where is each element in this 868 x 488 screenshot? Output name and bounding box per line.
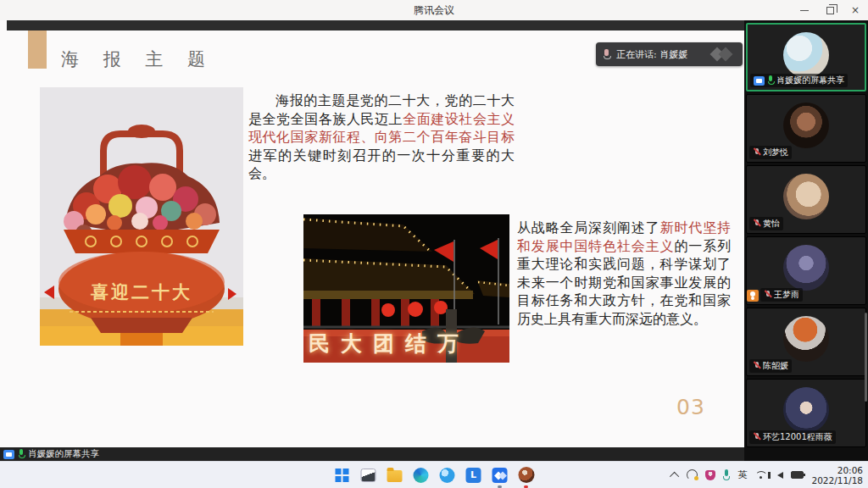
- battery-button[interactable]: [791, 471, 804, 479]
- chevron-up-icon: [670, 471, 679, 480]
- l-app-icon: L: [466, 468, 481, 483]
- screen-share-icon: [3, 450, 14, 459]
- tencent-meeting-icon: [492, 468, 508, 483]
- title-accent-block: [28, 30, 47, 69]
- share-status-label: 肖媛媛的屏幕共享: [28, 448, 99, 460]
- participant-label: 黄怡: [749, 217, 783, 230]
- windows-logo-icon: [336, 469, 349, 482]
- minimize-icon: [800, 10, 809, 11]
- tencent-meeting-button[interactable]: [490, 465, 510, 485]
- active-speaker-label: 正在讲话: 肖媛媛: [616, 48, 687, 61]
- file-explorer-button[interactable]: [385, 465, 405, 485]
- avatar: [783, 387, 829, 433]
- ime-language-button[interactable]: 英: [737, 469, 747, 481]
- mic-on-icon: [767, 75, 774, 86]
- paragraph1-text-end: 进军的关键时刻召开的一次十分重要的大会。: [248, 147, 515, 182]
- participant-label: 刘梦悦: [749, 146, 792, 159]
- app-tray-button[interactable]: [705, 470, 715, 480]
- mic-muted-icon: [753, 361, 760, 371]
- participant-label: 环艺12001程雨薇: [749, 430, 836, 444]
- ime-language-label: 英: [737, 469, 747, 481]
- start-button[interactable]: [332, 465, 353, 485]
- shared-screen: 海 报 主 题 正在讲话: 肖媛媛: [0, 20, 744, 461]
- window-controls: ×: [792, 0, 868, 20]
- slide-letterbox-top: [7, 20, 744, 30]
- gate-slogan-text: 民大团结万: [303, 330, 509, 358]
- pink-app-icon: [705, 470, 715, 480]
- participant-name: 王梦雨: [774, 289, 799, 301]
- slide-title: 海 报 主 题: [61, 47, 214, 71]
- flower-basket-illustration: [40, 87, 243, 346]
- flower-basket-image: 喜迎二十大: [40, 87, 243, 346]
- browser-icon: [440, 468, 455, 483]
- mic-muted-icon: [753, 432, 760, 442]
- screen-share-icon: [754, 76, 765, 86]
- active-speaker-banner: 正在讲话: 肖媛媛: [596, 42, 743, 66]
- restore-button[interactable]: [817, 0, 843, 20]
- participant-tile[interactable]: 刘梦悦: [746, 94, 866, 163]
- speaker-mic-icon: [603, 49, 610, 60]
- slide-page-number: 03: [676, 395, 705, 419]
- sync-icon: [687, 469, 698, 480]
- taskbar: L 英 20:06 2022/11/18: [0, 461, 868, 488]
- task-view-button[interactable]: [359, 465, 379, 485]
- mic-on-icon: [18, 449, 25, 459]
- window-title: 腾讯会议: [414, 3, 454, 18]
- participant-name: 肖媛媛的屏幕共享: [776, 75, 844, 86]
- l-app-button[interactable]: L: [464, 465, 484, 485]
- close-button[interactable]: ×: [843, 0, 868, 20]
- window-titlebar: 腾讯会议 ×: [0, 0, 868, 20]
- photos-app-button[interactable]: [516, 465, 537, 485]
- network-warning-icon: [747, 290, 759, 302]
- clock-date: 2022/11/18: [811, 475, 863, 485]
- slide-paragraph-2: 从战略全局深刻阐述了新时代坚持和发展中国特色社会主义的一系列重大理论和实践问题，…: [517, 219, 731, 328]
- avatar: [783, 174, 829, 219]
- participant-tile[interactable]: 黄怡: [746, 165, 866, 234]
- folder-icon: [387, 470, 403, 482]
- screen: 腾讯会议 × 海 报 主 题 正在讲话: 肖媛媛: [0, 0, 868, 488]
- participant-tile[interactable]: 环艺12001程雨薇: [746, 379, 866, 447]
- sync-tray-button[interactable]: [687, 469, 698, 480]
- participants-sidebar: 肖媛媛的屏幕共享 刘梦悦 黄怡 王梦雨: [744, 20, 868, 461]
- hidden-icons-button[interactable]: [672, 472, 679, 479]
- photos-app-icon: [518, 467, 534, 483]
- wifi-button[interactable]: [754, 471, 766, 480]
- speaker-icon: [777, 472, 783, 479]
- participant-label: 王梦雨: [760, 288, 803, 302]
- wifi-icon: [754, 471, 766, 480]
- mic-muted-icon: [753, 219, 760, 229]
- battery-icon: [791, 471, 804, 479]
- clock-time: 20:06: [811, 465, 863, 475]
- participant-tile[interactable]: 陈韶媛: [746, 308, 866, 376]
- participant-label: 肖媛媛的屏幕共享: [750, 74, 848, 87]
- paragraph2-text: 从战略全局深刻阐述了: [517, 219, 660, 236]
- slide-paragraph-1: 海报的主题是党的二十大，党的二十大是全党全国各族人民迈上全面建设社会主义现代化国…: [248, 92, 515, 183]
- mic-muted-icon: [753, 147, 760, 158]
- avatar: [783, 316, 829, 362]
- basket-slogan-text: 喜迎二十大: [91, 280, 192, 304]
- tiananmen-night-image: 民大团结万: [303, 214, 509, 363]
- participant-name: 环艺12001程雨薇: [763, 431, 832, 443]
- taskbar-icons: L: [332, 462, 537, 488]
- mic-muted-icon: [764, 290, 771, 300]
- minimize-button[interactable]: [792, 0, 817, 20]
- edge-button[interactable]: [411, 465, 431, 485]
- participant-tile[interactable]: 王梦雨: [746, 236, 866, 305]
- edge-icon: [414, 468, 429, 483]
- microphone-icon: [723, 469, 730, 480]
- system-tray: 英 20:06 2022/11/18: [672, 462, 863, 488]
- participant-name: 陈韶媛: [763, 360, 788, 372]
- sidebar-scrollbar[interactable]: [865, 313, 867, 402]
- participant-name: 刘梦悦: [763, 147, 788, 158]
- avatar: [783, 245, 829, 291]
- banner-decoration-icon: [710, 47, 736, 61]
- task-view-icon: [361, 469, 376, 482]
- participant-tile[interactable]: 肖媛媛的屏幕共享: [746, 23, 866, 92]
- restore-icon: [826, 7, 834, 14]
- participant-name: 黄怡: [763, 218, 780, 230]
- volume-button[interactable]: [774, 472, 783, 479]
- clock[interactable]: 20:06 2022/11/18: [811, 465, 863, 485]
- avatar: [783, 103, 829, 148]
- browser-button[interactable]: [437, 465, 458, 485]
- microphone-tray-button[interactable]: [723, 469, 730, 480]
